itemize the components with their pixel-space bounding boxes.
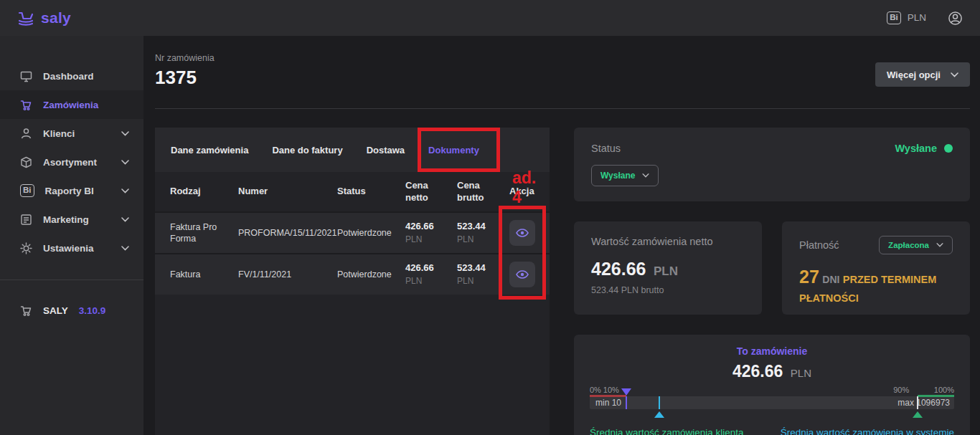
app-version: 3.10.9	[79, 305, 106, 316]
cell-status: Potwierdzone	[337, 227, 405, 239]
gear-icon	[20, 242, 32, 254]
high-range-segment	[918, 395, 954, 397]
cell-cena-netto: 426.66 PLN	[405, 221, 457, 245]
order-number: 1375	[155, 67, 215, 89]
price-value: 523.44	[457, 221, 504, 233]
column-header-cena-netto: Cena netto	[405, 180, 440, 204]
order-value-gauge-card: To zamówienie 426.66 PLN 0% 10% 90% 100%…	[574, 335, 970, 435]
cell-rodzaj: Faktura Pro Forma	[170, 221, 238, 245]
ninety-percent-tick	[917, 396, 918, 409]
topbar: saly Bi PLN	[0, 0, 980, 36]
client-avg-marker-line	[659, 396, 660, 409]
preview-document-button[interactable]	[509, 262, 535, 287]
tab-dokumenty[interactable]: Dokumenty	[428, 145, 479, 156]
cart-icon	[20, 305, 32, 317]
chevron-down-icon	[121, 246, 129, 251]
min-label: min 10	[595, 398, 621, 408]
more-options-label: Więcej opcji	[887, 70, 941, 80]
cell-cena-brutto: 523.44 PLN	[457, 262, 509, 287]
sidebar-item-raporty-bi[interactable]: Bi Raporty BI	[0, 176, 143, 205]
chevron-down-icon	[121, 188, 129, 193]
column-header-status: Status	[337, 186, 405, 198]
tick-label-100: 100%	[934, 386, 954, 394]
main-content: Nr zamówienia 1375 Więcej opcji Dane zam…	[143, 36, 980, 435]
status-dropdown[interactable]: Wysłane	[591, 165, 659, 186]
tick-label-10: 10%	[603, 386, 619, 394]
payment-days: 27	[799, 267, 819, 287]
currency-selector[interactable]: Bi PLN	[887, 11, 926, 24]
status-dropdown-value: Wysłane	[600, 171, 635, 181]
chevron-down-icon	[121, 217, 129, 222]
payment-message: 27 DNI PRZED TERMINEM PŁATNOŚCI	[799, 264, 961, 306]
sidebar-divider	[0, 279, 143, 280]
topbar-right: Bi PLN	[887, 11, 963, 26]
status-value: Wysłane	[895, 143, 937, 154]
logo-text: saly	[41, 9, 71, 27]
sidebar-item-label: Dashboard	[43, 71, 94, 82]
tab-dane-do-faktury[interactable]: Dane do faktury	[272, 145, 342, 156]
column-header-cena-brutto: Cena brutto	[457, 180, 491, 204]
cell-numer: PROFORMA/15/11/2021	[238, 227, 337, 239]
this-order-marker-icon	[621, 388, 631, 396]
net-value-unit: PLN	[654, 264, 678, 278]
gauge-value-unit: PLN	[791, 367, 811, 379]
column-header-akcja: Akcja	[509, 186, 540, 198]
currency-icon: Bi	[887, 11, 901, 24]
sidebar: Dashboard Zamówienia Klienci Asortyment	[0, 36, 143, 435]
table-row: Faktura FV/1/11/2021 Potwierdzone 426.66…	[155, 253, 550, 295]
cube-icon	[20, 156, 32, 168]
sidebar-item-label: Asortyment	[43, 157, 97, 168]
column-header-numer: Numer	[238, 186, 337, 198]
cell-rodzaj: Faktura	[170, 269, 238, 280]
sidebar-item-label: Raporty BI	[45, 186, 94, 196]
table-header: Rodzaj Numer Status Cena netto Cena brut…	[155, 172, 550, 211]
sidebar-item-asortyment[interactable]: Asortyment	[0, 148, 143, 176]
app-logo[interactable]: saly	[17, 9, 71, 27]
status-card: Status Wysłane Wysłane	[574, 128, 970, 201]
account-icon[interactable]	[948, 11, 963, 26]
sidebar-item-marketing[interactable]: Marketing	[0, 205, 143, 234]
net-value-card: Wartość zamówienia netto 426.66 PLN 523.…	[574, 221, 762, 315]
sidebar-item-ustawienia[interactable]: Ustawienia	[0, 234, 143, 262]
documents-panel: Dane zamówienia Dane do faktury Dostawa …	[155, 128, 550, 435]
tick-label-0: 0%	[590, 386, 601, 394]
cart-icon	[20, 99, 32, 111]
sidebar-item-label: Ustawienia	[43, 243, 94, 254]
payment-card: Płatność Zapłacona 27 DNI PRZED T	[782, 221, 970, 315]
order-value-slider: 0% 10% 90% 100% min 10 max 1096973	[590, 386, 954, 419]
person-icon	[20, 128, 32, 140]
panel-empty-area	[155, 295, 550, 435]
cell-status: Potwierdzone	[337, 269, 405, 280]
tab-dostawa[interactable]: Dostawa	[367, 145, 405, 156]
order-number-label: Nr zamówienia	[155, 53, 215, 63]
more-options-button[interactable]: Więcej opcji	[875, 62, 970, 87]
price-value: 523.44	[457, 262, 504, 274]
sidebar-item-zamowienia[interactable]: Zamówienia	[0, 90, 143, 119]
sidebar-footer: SALY 3.10.9	[0, 296, 143, 325]
price-unit: PLN	[457, 234, 504, 246]
sidebar-item-label: Klienci	[43, 128, 75, 139]
status-card-title: Status	[591, 143, 621, 154]
payment-dropdown[interactable]: Zapłacona	[879, 236, 953, 254]
preview-document-button[interactable]	[509, 220, 535, 246]
status-dot-icon	[944, 144, 953, 153]
tick-label-90: 90%	[893, 386, 909, 394]
price-unit: PLN	[457, 276, 504, 287]
price-unit: PLN	[405, 276, 451, 287]
legend-system-average: Średnia wartość zamówienia w systemie	[781, 427, 954, 435]
gauge-title: To zamówienie	[590, 345, 954, 357]
tab-dane-zamowienia[interactable]: Dane zamówienia	[171, 145, 248, 156]
sidebar-item-dashboard[interactable]: Dashboard	[0, 62, 143, 90]
sidebar-item-klienci[interactable]: Klienci	[0, 119, 143, 148]
payment-dropdown-value: Zapłacona	[888, 241, 929, 249]
document-icon	[20, 214, 32, 226]
gross-value: 523.44 PLN brutto	[591, 285, 745, 295]
legend-client-average: Średnia wartość zamówienia klienta	[590, 427, 744, 435]
eye-icon	[516, 269, 529, 279]
price-unit: PLN	[405, 234, 451, 246]
bi-icon: Bi	[20, 184, 34, 197]
cell-cena-netto: 426.66 PLN	[405, 262, 457, 287]
chevron-down-icon	[121, 131, 129, 136]
net-value: 426.66	[591, 259, 646, 279]
max-label: max 1096973	[897, 398, 950, 408]
